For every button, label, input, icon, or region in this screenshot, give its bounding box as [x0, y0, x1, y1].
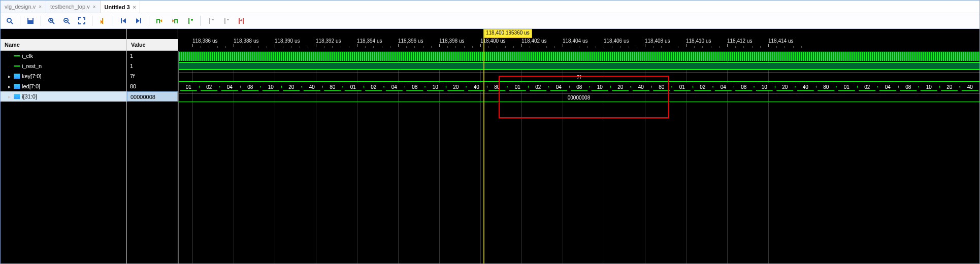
ruler-subtick: [209, 46, 209, 48]
ruler-subtick: [735, 46, 736, 48]
bus-cell-led: 01: [836, 83, 857, 91]
ruler-subtick: [423, 46, 423, 48]
ruler-subtick: [365, 46, 366, 48]
ruler-tick: [480, 44, 481, 47]
last-icon[interactable]: [133, 15, 145, 27]
signal-value-i-31-0-[interactable]: 00000008: [127, 91, 178, 102]
signal-name-label: i[31:0]: [22, 93, 37, 100]
signal-row-i_clk[interactable]: i_clk: [1, 51, 126, 61]
wave-left-edge: [178, 51, 179, 263]
toolbar-separator: [149, 16, 149, 26]
value-column-header: Value: [127, 39, 178, 51]
svg-rect-13: [121, 18, 122, 23]
svg-line-1: [11, 22, 13, 24]
toolbar-separator: [92, 16, 92, 26]
ruler-subtick: [637, 46, 637, 48]
ruler-label: 118,398 us: [439, 38, 465, 44]
tab-close-icon[interactable]: ×: [93, 4, 96, 10]
signal-name-panel: Name i_clki_rest_n▸key[7:0]▸led[7:0]▸i[3…: [1, 29, 127, 263]
bus-cell-led: 08: [405, 83, 426, 91]
cursor-marker-label[interactable]: 118,400.195360 us: [483, 29, 532, 38]
ruler-subtick: [464, 46, 465, 48]
bus-cell-led: 20: [775, 83, 796, 91]
svg-marker-28: [240, 19, 242, 21]
ruler-subtick: [455, 46, 456, 48]
ruler-subtick: [390, 46, 390, 48]
first-icon[interactable]: [117, 15, 129, 27]
expander-icon[interactable]: ▸: [7, 94, 12, 100]
ruler-subtick: [596, 46, 596, 48]
toolbar-separator: [113, 16, 113, 26]
wave-row-i_clk: [178, 51, 979, 61]
signal-row-key-7-0-[interactable]: ▸key[7:0]: [1, 71, 126, 81]
ruler-label: 118,394 us: [357, 38, 382, 44]
bus-cell-led: 02: [693, 83, 713, 91]
ruler-subtick: [653, 46, 654, 48]
signal-value-key-7-0-[interactable]: 7f: [127, 71, 178, 81]
ruler-subtick: [250, 46, 250, 48]
bus-cell-led: 20: [446, 83, 467, 91]
time-cursor[interactable]: [483, 29, 484, 263]
add-marker-icon[interactable]: [184, 15, 196, 27]
ruler-subtick: [431, 46, 432, 48]
ruler-subtick: [752, 46, 753, 48]
prev-edge-icon[interactable]: [153, 15, 166, 27]
svg-marker-18: [172, 19, 174, 22]
ruler-subtick: [291, 46, 291, 48]
expander-icon[interactable]: ▸: [7, 84, 12, 89]
search-icon[interactable]: [4, 15, 16, 27]
tab-label: testbench_top.v: [50, 4, 90, 10]
svg-line-7: [52, 22, 54, 24]
zoom-out-icon[interactable]: [60, 15, 73, 27]
expander-icon[interactable]: ▸: [7, 74, 12, 79]
ruler-subtick: [785, 46, 785, 48]
ruler-label: 118,390 us: [275, 38, 300, 44]
tab-close-icon[interactable]: ×: [39, 4, 42, 10]
wire-icon: [14, 63, 20, 69]
time-ruler[interactable]: 118,386 us118,388 us118,390 us118,392 us…: [178, 29, 979, 52]
name-panel-gap: [1, 29, 126, 39]
toolbar: [1, 13, 979, 29]
ruler-subtick: [587, 46, 588, 48]
bus-cell-led: 01: [343, 83, 364, 91]
tab-testbench_top-v[interactable]: testbench_top.v×: [46, 1, 101, 13]
bus-cell-led: 02: [857, 83, 878, 91]
signal-value-panel: Value 117f8000000008: [127, 29, 178, 263]
signal-name-label: i_clk: [22, 53, 33, 59]
svg-marker-17: [160, 19, 162, 22]
signal-row-led-7-0-[interactable]: ▸led[7:0]: [1, 81, 126, 91]
zoom-fit-icon[interactable]: [76, 15, 88, 27]
toolbar-separator: [200, 16, 201, 26]
bus-cell-led: 40: [960, 83, 979, 91]
ruler-subtick: [801, 46, 802, 48]
ruler-subtick: [661, 46, 662, 48]
remove-marker-float-icon[interactable]: [205, 15, 217, 27]
tab-close-icon[interactable]: ×: [133, 5, 136, 10]
signal-row-i_rest_n[interactable]: i_rest_n: [1, 61, 126, 71]
signal-value-i_rest_n[interactable]: 1: [127, 61, 178, 71]
goto-cursor-icon[interactable]: [96, 15, 109, 27]
remove-marker-icon[interactable]: [220, 15, 232, 27]
save-icon[interactable]: [24, 15, 37, 27]
ruler-subtick: [258, 46, 259, 48]
ruler-label: 118,406 us: [604, 38, 629, 44]
ruler-tick: [316, 44, 316, 47]
tab-vlg_design-v[interactable]: vlg_design.v×: [1, 1, 46, 13]
tab-untitled-3[interactable]: Untitled 3×: [101, 1, 141, 13]
ruler-label: 118,402 us: [521, 38, 547, 44]
ruler-subtick: [406, 46, 407, 48]
signal-row-i-31-0-[interactable]: ▸i[31:0]: [1, 91, 126, 102]
swap-cursor-icon[interactable]: [235, 15, 247, 27]
ruler-subtick: [267, 46, 267, 48]
tab-row: vlg_design.v×testbench_top.v×Untitled 3×: [1, 1, 979, 13]
bus-cell-led: 40: [795, 83, 816, 91]
signal-value-i_clk[interactable]: 1: [127, 51, 178, 61]
waveform-panel[interactable]: 118,386 us118,388 us118,390 us118,392 us…: [178, 29, 979, 263]
zoom-in-icon[interactable]: [45, 15, 57, 27]
ruler-subtick: [694, 46, 695, 48]
ruler-label: 118,404 us: [563, 38, 588, 44]
next-edge-icon[interactable]: [169, 15, 181, 27]
svg-marker-16: [136, 18, 140, 23]
bus-cell-led: 10: [919, 83, 939, 91]
signal-value-led-7-0-[interactable]: 80: [127, 81, 178, 91]
